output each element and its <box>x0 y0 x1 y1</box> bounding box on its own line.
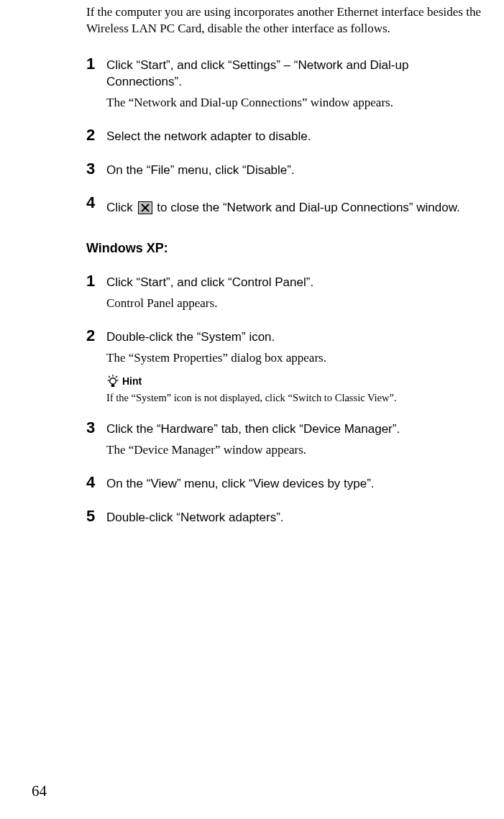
hint-label: Hint <box>122 375 142 387</box>
step-b-5: 5 Double-click “Network adapters”. <box>86 510 482 526</box>
svg-line-1 <box>116 376 117 378</box>
step4-after: to close the “Network and Dial-up Connec… <box>154 201 460 214</box>
step-instruction: Click “Start”, and click “Settings” – “N… <box>106 58 482 91</box>
step-a-2: 2 Select the network adapter to disable. <box>86 129 482 145</box>
step-number: 4 <box>86 193 95 212</box>
intro-paragraph: If the computer you are using incorporat… <box>86 4 482 37</box>
svg-point-5 <box>110 378 116 383</box>
step-instruction: Click the “Hardware” tab, then click “De… <box>106 421 482 438</box>
step-instruction: Click “Start”, and click “Control Panel”… <box>106 275 482 291</box>
step-number: 3 <box>86 418 95 437</box>
section-heading-windows-xp: Windows XP: <box>86 241 482 256</box>
svg-rect-6 <box>111 384 114 387</box>
step-a-4: 4 Click to close the “Network and Dial-u… <box>86 196 482 219</box>
hint-text: If the “System” icon is not displayed, c… <box>106 391 482 405</box>
step-a-3: 3 On the “File” menu, click “Disable”. <box>86 163 482 179</box>
step-result: The “System Properties” dialog box appea… <box>106 350 482 367</box>
step-number: 5 <box>86 507 95 526</box>
step-b-2: 2 Double-click the “System” icon. The “S… <box>86 329 482 405</box>
svg-line-0 <box>109 376 110 378</box>
step-b-1: 1 Click “Start”, and click “Control Pane… <box>86 275 482 312</box>
hint-bulb-icon <box>106 374 119 388</box>
step-b-3: 3 Click the “Hardware” tab, then click “… <box>86 421 482 459</box>
step-number: 1 <box>86 272 95 290</box>
step-number: 4 <box>86 473 95 492</box>
step-instruction: Double-click “Network adapters”. <box>106 510 482 526</box>
step4-before: Click <box>106 201 137 214</box>
step-instruction: On the “File” menu, click “Disable”. <box>106 163 482 179</box>
hint-row: Hint <box>106 374 482 388</box>
step-b-4: 4 On the “View” menu, click “View device… <box>86 476 482 493</box>
step-number: 2 <box>86 326 95 345</box>
step-a-1: 1 Click “Start”, and click “Settings” – … <box>86 58 482 111</box>
step-number: 2 <box>86 126 95 145</box>
step-number: 3 <box>86 160 95 178</box>
step-result: The “Device Manager” window appears. <box>106 442 482 459</box>
page-number: 64 <box>32 782 47 800</box>
step-instruction: Click to close the “Network and Dial-up … <box>106 196 482 219</box>
close-icon <box>138 201 152 214</box>
step-result: The “Network and Dial-up Connections” wi… <box>106 95 482 111</box>
step-instruction: Double-click the “System” icon. <box>106 329 482 346</box>
step-instruction: On the “View” menu, click “View devices … <box>106 476 482 493</box>
step-result: Control Panel appears. <box>106 296 482 312</box>
step-instruction: Select the network adapter to disable. <box>106 129 482 145</box>
step-number: 1 <box>86 55 95 73</box>
